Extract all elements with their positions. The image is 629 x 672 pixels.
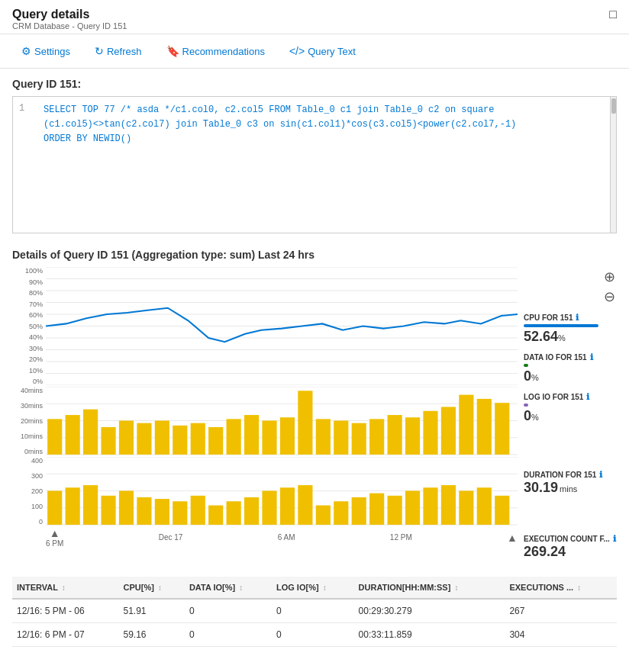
- svg-rect-16: [47, 419, 62, 455]
- cell-executions: 304: [505, 623, 617, 647]
- x-marker-3: 6 AM: [278, 533, 295, 542]
- col-executions: EXECUTIONS ... ↕: [505, 577, 617, 599]
- exec-info-icon[interactable]: ℹ: [613, 534, 616, 544]
- cell-cpu: 59.16: [119, 623, 185, 647]
- col-cpu: CPU[%] ↕: [119, 577, 185, 599]
- title-bar: Query details CRM Database - Query ID 15…: [0, 0, 629, 34]
- svg-rect-24: [191, 423, 205, 455]
- settings-icon: ⚙: [21, 45, 31, 57]
- log-io-info-icon[interactable]: ℹ: [586, 392, 589, 402]
- sort-icon-interval[interactable]: ↕: [62, 584, 66, 592]
- svg-rect-67: [405, 490, 420, 524]
- refresh-button[interactable]: ↻ Refresh: [85, 40, 151, 62]
- svg-rect-49: [83, 485, 98, 525]
- sort-icon-log-io[interactable]: ↕: [323, 584, 327, 592]
- line-chart-svg: [46, 267, 518, 385]
- sort-icon-cpu[interactable]: ↕: [158, 584, 162, 592]
- svg-rect-72: [495, 496, 509, 525]
- svg-rect-21: [137, 423, 151, 455]
- svg-rect-23: [173, 426, 187, 455]
- svg-rect-70: [459, 490, 473, 524]
- svg-rect-68: [423, 487, 437, 525]
- cpu-info-icon[interactable]: ℹ: [576, 313, 579, 323]
- sort-icon-duration[interactable]: ↕: [454, 584, 458, 592]
- log-io-metric: LOG IO FOR 151 ℹ 0%: [524, 392, 617, 424]
- query-text-icon: </>: [289, 45, 305, 57]
- table-section: INTERVAL ↕ CPU[%] ↕ DATA IO[%] ↕ LOG IO[…: [0, 577, 629, 647]
- settings-button[interactable]: ⚙ Settings: [12, 40, 79, 62]
- sort-icon-executions[interactable]: ↕: [577, 584, 581, 592]
- zoom-controls: ⊕ ⊖: [524, 267, 617, 307]
- data-io-bar: [524, 364, 528, 367]
- svg-rect-47: [47, 490, 62, 524]
- line-number: 1: [19, 103, 34, 147]
- recommendations-icon: 🔖: [166, 45, 179, 57]
- svg-rect-33: [352, 423, 366, 455]
- cpu-metric: CPU FOR 151 ℹ 52.64%: [524, 313, 617, 345]
- duration-bar-container: 40mins 30mins 20mins 10mins 0mins: [12, 387, 518, 455]
- table-header-row: INTERVAL ↕ CPU[%] ↕ DATA IO[%] ↕ LOG IO[…: [12, 577, 617, 599]
- svg-rect-52: [137, 497, 151, 525]
- svg-rect-39: [459, 395, 473, 455]
- svg-rect-22: [155, 420, 169, 454]
- code-content: SELECT TOP 77 /* asda */c1.col0, c2.col5…: [44, 103, 610, 147]
- cell-data-io: 0: [185, 623, 272, 647]
- recommendations-button[interactable]: 🔖 Recommendations: [157, 40, 274, 62]
- cell-duration: 00:29:30.279: [354, 599, 505, 623]
- toolbar: ⚙ Settings ↻ Refresh 🔖 Recommendations <…: [0, 34, 629, 69]
- zoom-in-button[interactable]: ⊕: [602, 267, 617, 287]
- y-axis-exec: 400 300 200 100 0: [12, 457, 43, 526]
- duration-bar-svg: [46, 387, 518, 455]
- data-io-metric: DATA IO FOR 151 ℹ 0%: [524, 352, 617, 384]
- cpu-line: [46, 308, 518, 342]
- cpu-bar: [524, 324, 598, 327]
- query-label: Query ID 151:: [12, 78, 617, 90]
- data-io-info-icon[interactable]: ℹ: [590, 352, 593, 362]
- cell-log-io: 0: [272, 599, 354, 623]
- duration-metric: DURATION FOR 151 ℹ 30.19mins: [524, 470, 617, 496]
- exec-bars-inner: [46, 457, 518, 526]
- log-io-bar: [524, 404, 528, 407]
- svg-rect-31: [316, 419, 331, 455]
- svg-rect-37: [423, 411, 437, 455]
- svg-rect-55: [191, 496, 205, 525]
- svg-rect-53: [155, 499, 169, 525]
- svg-rect-20: [119, 420, 134, 454]
- cell-interval: 12/16: 5 PM - 06: [12, 599, 119, 623]
- x-marker-4: 12 PM: [390, 533, 412, 542]
- svg-rect-51: [119, 490, 134, 524]
- sort-icon-data-io[interactable]: ↕: [239, 584, 243, 592]
- svg-rect-41: [495, 403, 509, 455]
- close-button[interactable]: □: [609, 8, 617, 21]
- svg-rect-38: [441, 407, 456, 454]
- svg-rect-66: [388, 496, 402, 525]
- svg-rect-40: [477, 399, 492, 455]
- svg-rect-27: [244, 415, 259, 455]
- svg-rect-26: [227, 419, 241, 455]
- subtitle: CRM Database - Query ID 151: [12, 21, 127, 31]
- svg-rect-64: [352, 497, 366, 525]
- svg-rect-63: [334, 501, 348, 525]
- duration-info-icon[interactable]: ℹ: [599, 470, 602, 480]
- cell-executions: 267: [505, 599, 617, 623]
- svg-rect-57: [227, 501, 241, 525]
- page-title: Query details: [12, 8, 127, 21]
- zoom-out-button[interactable]: ⊖: [602, 287, 617, 307]
- svg-rect-71: [477, 487, 492, 525]
- query-section: Query ID 151: 1 SELECT TOP 77 /* asda */…: [0, 69, 629, 243]
- y-axis-pct: 100% 90% 80% 70% 60% 50% 40% 30% 20% 10%…: [12, 267, 43, 385]
- col-interval: INTERVAL ↕: [12, 577, 119, 599]
- x-marker-5: ▲: [507, 532, 518, 544]
- refresh-icon: ↻: [95, 45, 104, 57]
- chart-section: Details of Query ID 151 (Aggregation typ…: [0, 243, 629, 568]
- svg-rect-59: [262, 490, 276, 524]
- query-text-button[interactable]: </> Query Text: [280, 40, 365, 62]
- charts-right-sidebar: ⊕ ⊖ CPU FOR 151 ℹ 52.64% DATA IO FOR 151…: [518, 267, 617, 568]
- x-marker-1: ▲ 6 PM: [46, 527, 63, 548]
- col-duration: DURATION[HH:MM:SS] ↕: [354, 577, 505, 599]
- table-row: 12/16: 6 PM - 07 59.16 0 0 00:33:11.859 …: [12, 623, 617, 647]
- svg-rect-34: [369, 419, 384, 455]
- line-chart-container: 100% 90% 80% 70% 60% 50% 40% 30% 20% 10%…: [12, 267, 518, 385]
- exec-bar-svg: [46, 457, 518, 526]
- svg-rect-30: [298, 391, 312, 455]
